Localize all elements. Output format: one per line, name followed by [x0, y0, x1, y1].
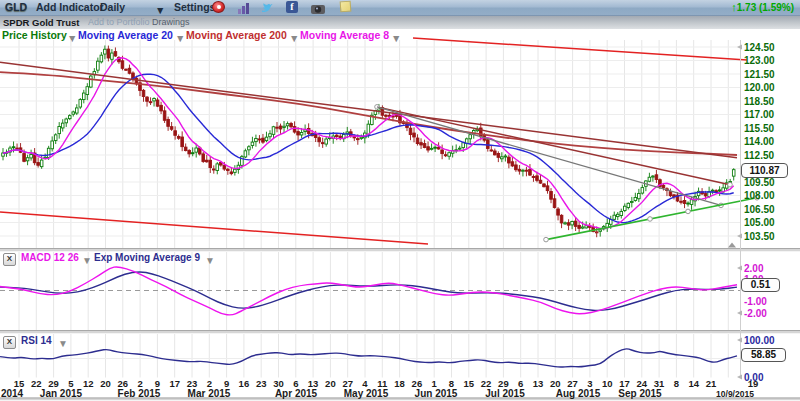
chevron-down-icon[interactable]: ▼ — [82, 255, 92, 266]
scale-arrow-icon[interactable] — [737, 337, 742, 342]
rsi-label[interactable]: RSI 14 — [21, 335, 52, 346]
scale-arrow-icon[interactable] — [737, 44, 742, 49]
y-tick-label: 109.50 — [744, 177, 775, 188]
y-tick-label: 117.00 — [744, 109, 774, 120]
y-tick-label: 106.50 — [744, 204, 775, 215]
y-tick-label: 124.50 — [744, 42, 775, 53]
drawing-handle[interactable] — [544, 237, 549, 242]
rsi-plot — [0, 349, 737, 367]
x-tick-day: 21 — [706, 378, 717, 389]
y-tick-label: 123.00 — [744, 55, 775, 66]
x-tick-month: Aug 2015 — [556, 388, 601, 399]
x-tick-day: 17 — [169, 378, 180, 389]
x-tick-month: Feb 2015 — [118, 388, 161, 399]
x-tick-day: 23 — [256, 378, 267, 389]
trendline-downtrend-may — [377, 107, 730, 185]
x-tick-month: Jul 2015 — [485, 388, 525, 399]
x-tick-month: Sep 2015 — [618, 388, 662, 399]
trendline-channel-top-red — [413, 38, 747, 60]
rsi-value-box: 58.85 — [741, 348, 786, 362]
y-tick-label: -1.00 — [744, 296, 767, 307]
chevron-down-icon[interactable]: ▼ — [205, 255, 215, 266]
trendline-channel-bottom-red — [0, 212, 428, 244]
x-axis: 1522295122026291723291623306132027411182… — [1, 378, 758, 399]
scale-arrow-icon[interactable] — [737, 233, 742, 238]
drawing-handle[interactable] — [648, 217, 653, 222]
macd-label[interactable]: MACD 12 26 — [21, 252, 79, 263]
x-tick-month: May 2015 — [344, 388, 389, 399]
x-tick-month: 2014 — [1, 388, 24, 399]
macd-value-box: 0.51 — [741, 278, 780, 292]
y-tick-label: 108.00 — [744, 190, 775, 201]
x-tick-month: Apr 2015 — [275, 388, 318, 399]
rsi-close-button[interactable]: X — [3, 336, 16, 349]
y-tick-label: 2.00 — [744, 263, 764, 274]
x-tick-day: 18 — [394, 378, 405, 389]
charting-app-window: GLD Add Indicator Daily ▼ Settings f ↑1.… — [0, 0, 800, 401]
drawing-handle[interactable] — [686, 209, 691, 214]
scale-arrow-icon[interactable] — [737, 265, 742, 270]
x-tick-day: 12 — [83, 378, 94, 389]
last-price-box: 110.87 — [741, 163, 788, 178]
y-tick-label: 114.00 — [744, 136, 774, 147]
x-tick-day: 15 — [464, 378, 475, 389]
x-tick-day: 20 — [325, 378, 336, 389]
x-tick-day: 10 — [602, 378, 613, 389]
x-tick-day: 8 — [674, 378, 679, 389]
macd-signal-label[interactable]: Exp Moving Average 9 — [94, 252, 200, 263]
x-tick-month: Jun 2015 — [415, 388, 458, 399]
chevron-down-icon[interactable]: ▼ — [58, 338, 68, 349]
x-tick-day: 19 — [748, 378, 759, 389]
drawing-handle[interactable] — [728, 182, 733, 187]
gridlines — [0, 40, 740, 378]
x-tick-day: 16 — [239, 378, 250, 389]
trendline-downtrend-long — [0, 62, 737, 157]
macd-close-button[interactable]: X — [3, 253, 16, 266]
y-tick-label: 105.00 — [744, 217, 775, 228]
y-tick-label: 112.50 — [744, 150, 774, 161]
y-tick-label: 120.00 — [744, 82, 775, 93]
y-tick-label: 100.00 — [744, 335, 775, 346]
x-tick-month: Mar 2015 — [188, 388, 231, 399]
y-tick-label: 121.50 — [744, 69, 775, 80]
y-tick-label: 118.50 — [744, 96, 774, 107]
scale-arrow-icon[interactable] — [737, 374, 742, 379]
x-tick-day: 14 — [688, 378, 699, 389]
y-tick-label: -2.00 — [744, 308, 767, 319]
y-tick-label: 115.50 — [744, 123, 774, 134]
x-tick-month: 10/9/2015 — [716, 389, 754, 399]
scroll-handle-icon[interactable] — [728, 243, 736, 248]
x-tick-month: Jan 2015 — [40, 388, 83, 399]
x-tick-day: 20 — [100, 378, 111, 389]
chart-canvas[interactable]: 124.50123.00121.50120.00118.50117.00115.… — [0, 0, 800, 401]
scale-arrow-icon[interactable] — [737, 310, 742, 315]
x-tick-day: 13 — [533, 378, 544, 389]
y-tick-label: 103.50 — [744, 231, 775, 242]
macd-plot — [0, 267, 740, 315]
